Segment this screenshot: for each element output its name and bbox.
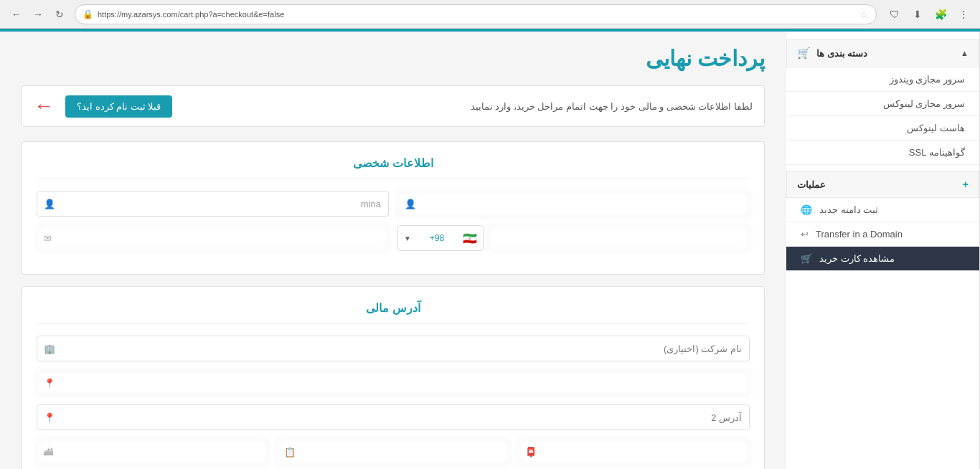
refresh-button[interactable]: ↻ [50, 5, 69, 24]
state-input[interactable] [277, 439, 509, 465]
browser-action-buttons: 🛡 ⬇ 🧩 ⋮ [885, 5, 973, 24]
sidebar-item-transfer-domain[interactable]: Transfer in a Domain ↩ [786, 222, 979, 247]
address1-input[interactable] [37, 370, 750, 396]
address2-input[interactable] [37, 404, 750, 430]
main-content: پرداخت نهایی لطفا اطلاعات شخصی و مالی خو… [0, 32, 786, 469]
transfer-icon: ↩ [801, 229, 809, 240]
page-title: پرداخت نهایی [22, 46, 765, 71]
sidebar-item-linux-hosting[interactable]: هاست لینوکس [786, 116, 979, 141]
sidebar-section-categories: ▲ دسته بندی ها 🛒 سرور مجازی ویندوز سرور … [786, 39, 979, 165]
address1-field: 📍 [37, 370, 750, 396]
state-field: 📋 [277, 439, 509, 465]
personal-info-title: اطلاعات شخصی [37, 156, 750, 179]
categories-label: دسته بندی ها [816, 48, 867, 59]
address1-row: 📍 [37, 370, 750, 396]
address-bar[interactable]: 🔒 https://my.azarsys.com/cart.php?a=chec… [75, 4, 877, 24]
postcode-input[interactable] [518, 439, 750, 465]
sidebar-section-operations: + عملیات ثبت دامنه جدید 🌐 Transfer in a … [786, 171, 979, 271]
login-notice-right: قبلا ثبت نام کرده اید؟ ← [34, 95, 172, 118]
globe-icon: 🌐 [801, 204, 812, 215]
previously-registered-button[interactable]: قبلا ثبت نام کرده اید؟ [65, 95, 172, 118]
download-icon[interactable]: ⬇ [908, 5, 927, 24]
back-button[interactable]: ← [7, 5, 26, 24]
sidebar-item-register-domain[interactable]: ثبت دامنه جدید 🌐 [786, 198, 979, 222]
personal-info-section: اطلاعات شخصی 👤 👤 ▼ +98 [22, 141, 765, 275]
company-row: 🏢 [37, 336, 750, 361]
url-text: https://my.azarsys.com/cart.php?a=checko… [98, 10, 855, 19]
financial-address-title: آدرس مالی [37, 301, 750, 324]
lastname-input[interactable] [37, 191, 389, 217]
name-row: 👤 👤 [37, 191, 750, 217]
red-arrow-icon: ← [34, 95, 54, 118]
company-input[interactable] [37, 336, 750, 361]
categories-header[interactable]: ▲ دسته بندی ها 🛒 [786, 39, 979, 67]
address2-row: 📍 [37, 404, 750, 430]
country-code-selector[interactable]: ▼ +98 🇮🇷 [397, 225, 484, 251]
lastname-field: 👤 [37, 191, 389, 217]
sidebar-item-windows-vps[interactable]: سرور مجازی ویندوز [786, 67, 979, 92]
operations-header[interactable]: + عملیات [786, 171, 979, 198]
address2-field: 📍 [37, 404, 750, 430]
firstname-field: 👤 [397, 191, 750, 217]
shopping-cart-icon: 🛒 [801, 253, 812, 264]
email-input[interactable] [37, 225, 389, 251]
plus-icon: + [963, 179, 969, 190]
login-notice-area: لطفا اطلاعات شخصی و مالی خود را جهت اتما… [22, 85, 765, 127]
cart-icon: 🛒 [797, 47, 811, 60]
city-field: 🏙 [37, 439, 268, 465]
sidebar-item-view-cart[interactable]: مشاهده کارت خرید 🛒 [786, 247, 979, 271]
sidebar-item-ssl[interactable]: گواهینامه SSL [786, 141, 979, 165]
star-icon: ☆ [859, 9, 869, 20]
dropdown-arrow-icon: ▼ [404, 234, 411, 242]
chevron-up-icon: ▲ [961, 49, 969, 57]
company-field: 🏢 [37, 336, 750, 361]
lock-icon: 🔒 [83, 9, 93, 19]
menu-icon[interactable]: ⋮ [954, 5, 973, 24]
iran-flag-icon: 🇮🇷 [463, 232, 477, 245]
city-input[interactable] [37, 439, 268, 465]
extensions-icon[interactable]: 🧩 [931, 5, 950, 24]
phone-field: ▼ +98 🇮🇷 [397, 225, 750, 251]
email-field: ✉ [37, 225, 389, 251]
nav-buttons: ← → ↻ [7, 5, 69, 24]
city-state-postcode-row: 📮 📋 🏙 [37, 439, 750, 465]
country-code-text: +98 [430, 233, 444, 243]
postcode-field: 📮 [518, 439, 750, 465]
forward-button[interactable]: → [29, 5, 47, 24]
sidebar-item-linux-vps[interactable]: سرور مجازی لینوکس [786, 92, 979, 116]
firstname-input[interactable] [397, 191, 750, 217]
phone-input[interactable] [488, 225, 750, 251]
phone-email-row: ▼ +98 🇮🇷 ✉ [37, 225, 750, 251]
notice-text: لطفا اطلاعات شخصی و مالی خود را جهت اتما… [471, 101, 753, 112]
shield-icon[interactable]: 🛡 [885, 5, 904, 24]
browser-chrome: ← → ↻ 🔒 https://my.azarsys.com/cart.php?… [0, 0, 980, 29]
financial-address-section: آدرس مالی 🏢 📍 📍 [22, 286, 765, 469]
operations-label: عملیات [797, 179, 826, 190]
sidebar: ▲ دسته بندی ها 🛒 سرور مجازی ویندوز سرور … [786, 32, 980, 469]
